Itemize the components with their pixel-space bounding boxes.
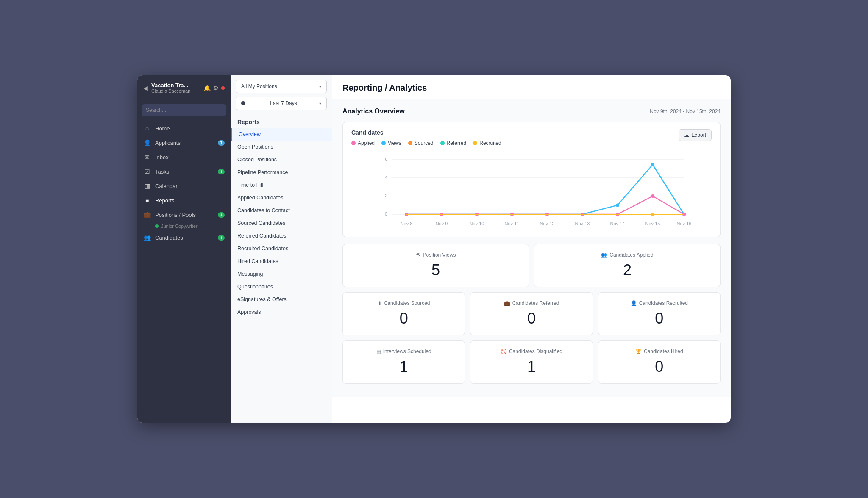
position-filter-label: All My Positions (241, 83, 277, 89)
tasks-icon: ☑ (143, 168, 151, 175)
disqualified-icon: 🚫 (501, 349, 507, 354)
positions-icon: 💼 (143, 211, 151, 218)
sidebar-item-applicants[interactable]: 👤 Applicants 1 (137, 136, 231, 150)
svg-text:Nov 12: Nov 12 (540, 221, 555, 226)
company-sub: Claudia Saccomani (151, 89, 200, 94)
svg-text:Nov 16: Nov 16 (677, 221, 692, 226)
report-item-overview[interactable]: Overview (231, 128, 332, 141)
sidebar-item-tasks[interactable]: ☑ Tasks + (137, 164, 231, 179)
legend-label-sourced: Sourced (415, 140, 434, 146)
middle-panel: All My Positions ▾ Last 7 Days ▾ Reports… (231, 75, 332, 423)
analytics-header: Analytics Overview Nov 9th, 2024 - Nov 1… (342, 108, 721, 115)
candidates-badge: + (218, 235, 225, 241)
search-input[interactable] (142, 104, 226, 116)
stat-value-position-views: 5 (351, 261, 520, 279)
chart-card: Candidates Applied Views (342, 122, 721, 237)
legend-label-recruited: Recruited (479, 140, 501, 146)
svg-text:Nov 15: Nov 15 (645, 221, 660, 226)
stat-label-position-views: 👁 Position Views (351, 252, 520, 258)
calendar-icon: ▦ (143, 183, 151, 189)
stat-label-candidates-hired: 🏆 Candidates Hired (607, 349, 712, 354)
date-range: Nov 9th, 2024 - Nov 15th, 2024 (650, 108, 721, 114)
stat-card-position-views: 👁 Position Views 5 (342, 244, 529, 287)
referred-icon: 💼 (504, 300, 510, 306)
home-icon: ⌂ (143, 125, 151, 132)
report-item-closed-positions[interactable]: Closed Positions (231, 153, 332, 166)
legend-label-views: Views (388, 140, 401, 146)
report-item-approvals[interactable]: Approvals (231, 306, 332, 318)
report-item-hired-candidates[interactable]: Hired Candidates (231, 255, 332, 268)
back-button[interactable]: ◀ (143, 85, 148, 91)
report-item-questionnaires[interactable]: Questionnaires (231, 280, 332, 293)
sidebar-item-candidates[interactable]: 👥 Candidates + (137, 230, 231, 245)
applicants-icon: 👤 (143, 139, 151, 146)
position-filter[interactable]: All My Positions ▾ (236, 80, 327, 93)
sidebar-item-home[interactable]: ⌂ Home (137, 121, 231, 136)
time-filter-label: Last 7 Days (270, 100, 297, 106)
report-item-open-positions[interactable]: Open Positions (231, 141, 332, 153)
report-item-recruited-candidates[interactable]: Recruited Candidates (231, 242, 332, 255)
gear-icon[interactable]: ⚙ (213, 85, 219, 91)
applicants-badge: 1 (218, 140, 225, 146)
stat-value-candidates-referred: 0 (479, 310, 584, 327)
sidebar-nav: ⌂ Home 👤 Applicants 1 ✉ Inbox ☑ Tasks + … (137, 121, 231, 423)
main-body-wrapper: Analytics Overview Nov 9th, 2024 - Nov 1… (332, 99, 731, 423)
svg-text:0: 0 (385, 211, 387, 216)
stat-label-candidates-applied: 👥 Candidates Applied (543, 252, 712, 258)
sidebar-item-inbox[interactable]: ✉ Inbox (137, 150, 231, 164)
time-chevron-icon: ▾ (319, 101, 321, 106)
report-item-applied-candidates[interactable]: Applied Candidates (231, 191, 332, 204)
hired-icon: 🏆 (635, 349, 642, 354)
nav-label-inbox: Inbox (155, 154, 225, 160)
svg-point-24 (651, 163, 654, 166)
report-item-time-to-fill[interactable]: Time to Fill (231, 179, 332, 191)
sidebar-item-reports[interactable]: ≡ Reports (137, 193, 231, 208)
positions-badge: + (218, 212, 225, 218)
page-title: Reporting / Analytics (342, 83, 721, 93)
export-button[interactable]: ☁ Export (679, 129, 712, 141)
stats-row-3: ▦ Interviews Scheduled 1 🚫 Candidates Di… (342, 340, 721, 384)
report-item-esignatures[interactable]: eSignatures & Offers (231, 293, 332, 306)
legend-sourced: Sourced (408, 140, 434, 146)
candidates-icon: 👥 (143, 234, 151, 241)
legend-label-applied: Applied (358, 140, 375, 146)
tasks-badge: + (218, 169, 225, 174)
time-filter[interactable]: Last 7 Days ▾ (236, 97, 327, 110)
svg-text:Nov 9: Nov 9 (436, 221, 448, 226)
report-item-pipeline-performance[interactable]: Pipeline Performance (231, 166, 332, 179)
bell-icon[interactable]: 🔔 (203, 85, 211, 91)
nav-label-calendar: Calendar (155, 183, 225, 189)
legend-dot-recruited (473, 141, 477, 145)
report-item-referred-candidates[interactable]: Referred Candidates (231, 230, 332, 242)
reports-icon: ≡ (143, 197, 151, 204)
report-item-candidates-to-contact[interactable]: Candidates to Contact (231, 204, 332, 217)
nav-label-applicants: Applicants (155, 140, 214, 146)
chart-container: 0 2 4 6 Nov 8 Nov 9 Nov 10 Nov 11 Nov 12… (351, 151, 712, 232)
stat-card-interviews-scheduled: ▦ Interviews Scheduled 1 (342, 340, 465, 384)
stat-card-candidates-referred: 💼 Candidates Referred 0 (470, 292, 593, 335)
stat-value-candidates-hired: 0 (607, 358, 712, 376)
export-icon: ☁ (684, 132, 689, 138)
svg-text:Nov 13: Nov 13 (575, 221, 590, 226)
interview-icon: ▦ (376, 349, 381, 354)
line-chart-svg: 0 2 4 6 Nov 8 Nov 9 Nov 10 Nov 11 Nov 12… (351, 151, 712, 232)
eye-icon: 👁 (416, 252, 421, 258)
stat-label-candidates-disqualified: 🚫 Candidates Disqualified (479, 349, 584, 354)
svg-text:Nov 8: Nov 8 (401, 221, 413, 226)
applied-icon: 👥 (601, 252, 607, 258)
sidebar-item-calendar[interactable]: ▦ Calendar (137, 179, 231, 193)
company-name: Vacation Tra... (151, 82, 200, 89)
nav-label-home: Home (155, 125, 225, 132)
svg-text:Nov 10: Nov 10 (470, 221, 484, 226)
report-item-messaging[interactable]: Messaging (231, 268, 332, 280)
sidebar-item-positions[interactable]: 💼 Positions / Pools + (137, 208, 231, 222)
report-item-sourced-candidates[interactable]: Sourced Candidates (231, 217, 332, 230)
stat-value-candidates-disqualified: 1 (479, 358, 584, 376)
stat-card-candidates-hired: 🏆 Candidates Hired 0 (598, 340, 721, 384)
nav-label-candidates: Candidates (155, 235, 214, 241)
reports-section-title: Reports (231, 114, 332, 128)
inbox-icon: ✉ (143, 154, 151, 160)
stat-label-interviews-scheduled: ▦ Interviews Scheduled (351, 349, 456, 354)
sourced-icon: ⬆ (378, 300, 382, 306)
legend-dot-views (381, 141, 386, 145)
